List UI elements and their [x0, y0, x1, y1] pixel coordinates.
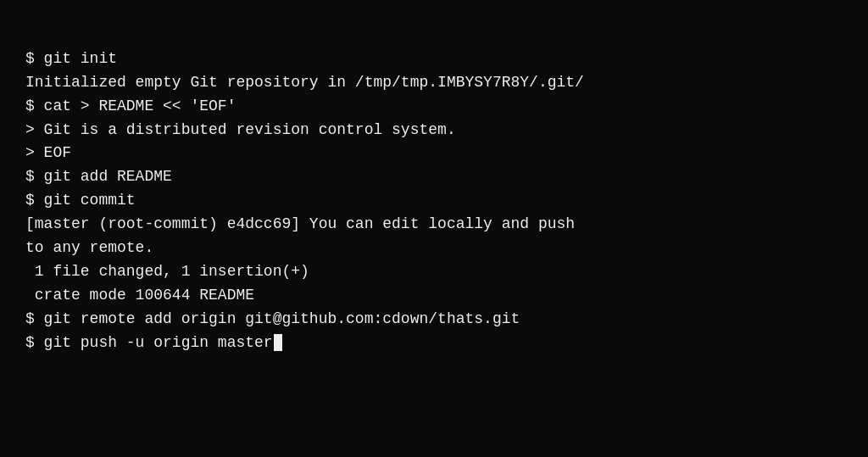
terminal-window[interactable]: $ git initInitialized empty Git reposito… [0, 0, 868, 457]
terminal-line-line5: > EOF [25, 142, 843, 165]
terminal-line-line11: crate mode 100644 README [25, 284, 843, 308]
terminal-line-line3: $ cat > README << 'EOF' [25, 95, 843, 119]
terminal-line-line12: $ git remote add origin git@github.com:c… [25, 308, 843, 332]
terminal-line-line4: > Git is a distributed revision control … [25, 119, 843, 142]
terminal-line-line10: 1 file changed, 1 insertion(+) [25, 260, 843, 284]
terminal-line-line7: $ git commit [25, 189, 843, 213]
terminal-line-line2: Initialized empty Git repository in /tmp… [25, 71, 843, 95]
terminal-line-line1: $ git init [25, 47, 843, 71]
terminal-cursor [274, 334, 282, 351]
terminal-line-line8: [master (root-commit) e4dcc69] You can e… [25, 213, 843, 237]
terminal-line-line9: to any remote. [25, 237, 843, 260]
terminal-line-line13: $ git push -u origin master [25, 332, 843, 355]
terminal-line-line6: $ git add README [25, 165, 843, 189]
